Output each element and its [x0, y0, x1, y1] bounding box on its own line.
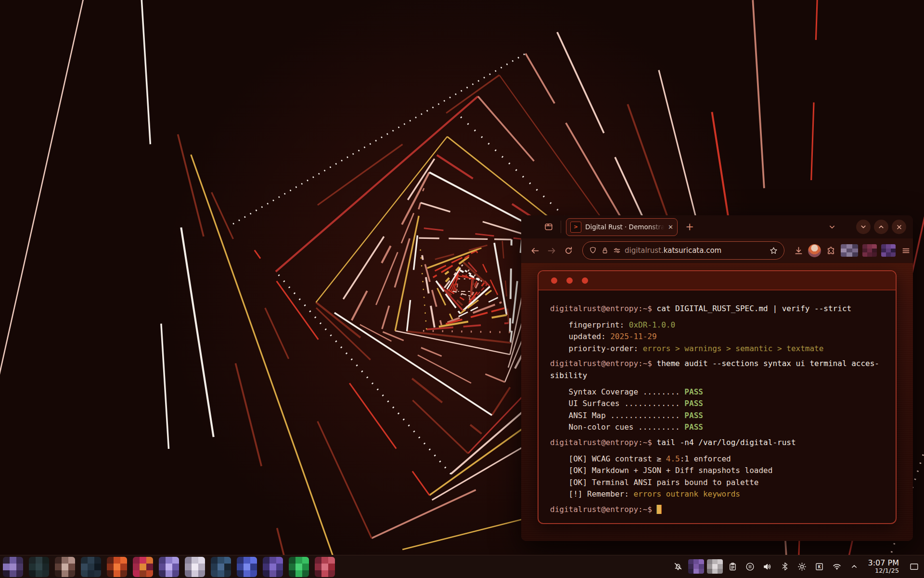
tray-expand-button[interactable] — [847, 559, 861, 574]
mosaic-cell — [211, 564, 218, 570]
wifi-icon — [832, 561, 842, 572]
brightness-button[interactable] — [795, 559, 809, 574]
mosaic-cell — [841, 249, 847, 253]
blurred-app-icon[interactable] — [3, 557, 23, 577]
url-prefix: digitalrust. — [625, 246, 664, 255]
bluetooth-button[interactable] — [778, 559, 792, 574]
mosaic-cell — [224, 564, 231, 570]
mosaic-cell — [244, 557, 250, 564]
blurred-extension-icon[interactable] — [841, 244, 858, 257]
system-tray: K 3:07 PM 12/1/25 — [671, 559, 921, 575]
terminal-line: digitalrust@entropy:~$ theme audit --sec… — [550, 358, 884, 370]
mosaic-cell — [3, 557, 10, 564]
mosaic-cell — [881, 252, 886, 257]
blurred-app-icon[interactable] — [81, 557, 101, 577]
volume-button[interactable] — [760, 559, 775, 574]
url-text[interactable]: digitalrust.katsuricata.com — [625, 246, 769, 255]
extensions-button[interactable] — [823, 243, 838, 258]
mosaic-cell — [321, 564, 328, 570]
blurred-app-icon[interactable] — [237, 557, 257, 577]
tab-digital-rust[interactable]: > Digital Rust · Demonstratio ✕ — [566, 218, 678, 236]
mosaic-cell — [146, 570, 153, 577]
wifi-button[interactable] — [830, 559, 844, 574]
mosaic-cell — [302, 557, 309, 564]
mosaic-cell — [68, 570, 75, 577]
taskbar-clock[interactable]: 3:07 PM 12/1/25 — [868, 559, 899, 575]
mosaic-cell — [192, 564, 198, 570]
blurred-app-icon[interactable] — [133, 557, 153, 577]
mosaic-cell — [699, 559, 704, 564]
mosaic-cell — [872, 244, 877, 249]
clipboard-button[interactable] — [726, 559, 740, 574]
mosaic-cell — [841, 244, 847, 249]
blurred-app-icon[interactable] — [185, 557, 205, 577]
window-maximize-button[interactable] — [874, 220, 888, 234]
blurred-app-icon[interactable] — [315, 557, 335, 577]
blurred-app-icon[interactable] — [29, 557, 49, 577]
window-close-button[interactable] — [892, 220, 906, 234]
tab-separator — [561, 221, 561, 233]
blurred-app-icon[interactable] — [107, 557, 127, 577]
notifications-dnd-button[interactable] — [671, 559, 685, 574]
lock-icon[interactable] — [601, 246, 609, 255]
tab-title: Digital Rust · Demonstratio — [585, 223, 666, 231]
bookmark-star-icon[interactable] — [769, 246, 778, 255]
mosaic-cell — [886, 249, 891, 253]
forward-button[interactable] — [544, 243, 559, 258]
terminal-segment: 2025-11-29 — [610, 332, 656, 341]
mosaic-cell — [198, 557, 205, 564]
downloads-button[interactable] — [791, 243, 806, 258]
blurred-tray-icon[interactable] — [688, 559, 704, 574]
mosaic-cell — [146, 557, 153, 564]
mosaic-cell — [867, 249, 872, 253]
mosaic-cell — [872, 249, 877, 253]
mosaic-cell — [159, 564, 166, 570]
menu-button[interactable] — [898, 243, 913, 258]
blurred-extension-icon[interactable] — [881, 244, 896, 257]
terminal-segment: digitalrust@entropy:~$ — [550, 505, 657, 514]
blurred-extension-icon[interactable] — [862, 244, 877, 257]
mosaic-cell — [218, 564, 224, 570]
mosaic-cell — [712, 569, 718, 574]
account-avatar[interactable] — [808, 244, 821, 257]
mosaic-cell — [224, 557, 231, 564]
window-minimize-button[interactable] — [856, 220, 871, 234]
terminal-segment: █ — [657, 505, 662, 514]
mosaic-cell — [847, 244, 852, 249]
terminal-line: digitalrust@entropy:~$ cat DIGITAL_RUST_… — [550, 303, 884, 315]
blurred-tray-icon[interactable] — [707, 559, 723, 574]
mosaic-cell — [886, 244, 891, 249]
mosaic-cell — [847, 249, 852, 253]
blurred-app-icon[interactable] — [55, 557, 75, 577]
terminal-segment: Non-color cues ......... — [550, 422, 684, 432]
terminal-segment: PASS — [684, 422, 703, 432]
firefox-view-icon[interactable] — [541, 220, 556, 234]
shield-icon[interactable] — [589, 246, 597, 255]
reload-button[interactable] — [561, 243, 576, 258]
blurred-app-icon[interactable] — [289, 557, 309, 577]
new-tab-button[interactable]: + — [682, 220, 697, 234]
back-button[interactable] — [527, 243, 542, 258]
hamburger-icon — [901, 246, 911, 256]
keyboard-layout-button[interactable]: K — [812, 559, 827, 574]
forward-icon — [547, 246, 557, 256]
mosaic-cell — [881, 244, 886, 249]
media-pause-button[interactable] — [743, 559, 757, 574]
mosaic-cell — [718, 559, 723, 564]
mosaic-cell — [172, 557, 179, 564]
url-bar[interactable]: digitalrust.katsuricata.com — [582, 241, 784, 260]
mosaic-cell — [120, 570, 127, 577]
desktop: > Digital Rust · Demonstratio ✕ + — [0, 0, 924, 578]
blurred-app-icon[interactable] — [263, 557, 283, 577]
mosaic-cell — [328, 564, 335, 570]
url-domain: katsuricata.com — [664, 246, 721, 255]
clipboard-icon — [728, 562, 738, 572]
permissions-icon[interactable] — [613, 246, 621, 255]
blurred-app-icon[interactable] — [159, 557, 179, 577]
tab-list-chevron-icon[interactable] — [825, 220, 839, 234]
terminal-dot-icon — [566, 277, 573, 284]
tab-close-icon[interactable]: ✕ — [668, 223, 673, 231]
mosaic-cell — [302, 564, 309, 570]
show-desktop-button[interactable] — [907, 559, 921, 574]
blurred-app-icon[interactable] — [211, 557, 231, 577]
